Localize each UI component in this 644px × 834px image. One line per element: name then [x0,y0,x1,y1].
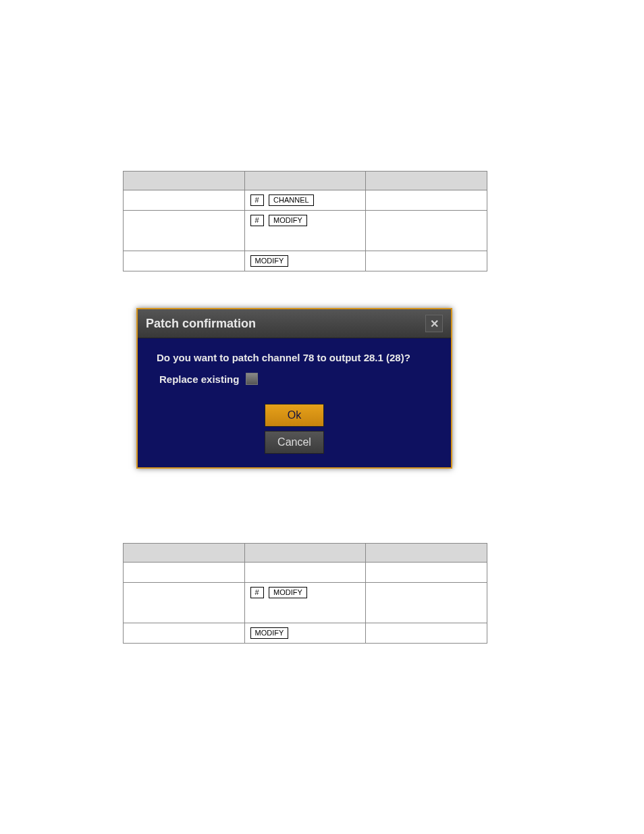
replace-existing-label: Replace existing [159,373,239,385]
table-row: # MODIFY [124,211,487,251]
table-cell [366,623,487,644]
patch-confirmation-dialog: Patch confirmation ✕ Do you want to patc… [136,308,452,469]
table-cell [124,623,245,644]
table-header [366,544,487,563]
table-row: # MODIFY [124,583,487,623]
table-header [124,172,245,190]
table-cell [366,251,487,271]
table-row: MODIFY [124,251,487,271]
cancel-button[interactable]: Cancel [265,431,324,454]
dialog-title-text: Patch confirmation [146,317,256,331]
dialog-buttons: Ok Cancel [138,401,451,467]
ok-button[interactable]: Ok [265,404,324,427]
key-modify: MODIFY [250,627,289,639]
table-header [244,172,366,190]
table-cell [124,563,245,583]
table-cell: MODIFY [244,623,366,644]
dialog-titlebar: Patch confirmation ✕ [138,309,451,338]
replace-existing-checkbox[interactable] [246,373,258,385]
table-cell [244,563,366,583]
table-cell: # MODIFY [244,583,366,623]
table-cell [366,190,487,211]
table-cell [124,211,245,251]
table-cell: # MODIFY [244,211,366,251]
table-header [244,544,366,563]
key-channel: CHANNEL [269,194,314,206]
close-icon: ✕ [430,317,439,330]
key-hash: # [250,215,264,226]
dialog-body: Do you want to patch channel 78 to outpu… [138,338,451,401]
key-hash: # [250,194,264,206]
table-cell [366,211,487,251]
instruction-table-bottom: # MODIFY MODIFY [123,543,487,644]
table-cell [124,583,245,623]
table-row: MODIFY [124,623,487,644]
close-button[interactable]: ✕ [425,315,443,332]
table-cell: MODIFY [244,251,366,271]
table-cell [366,583,487,623]
table-cell [124,251,245,271]
table-cell [366,563,487,583]
table-cell [124,190,245,211]
instruction-table-top: # CHANNEL # MODIFY MODIFY [123,171,487,271]
key-hash: # [250,587,264,598]
table-row [124,563,487,583]
table-row: # CHANNEL [124,190,487,211]
key-modify: MODIFY [269,587,307,598]
table-header [366,172,487,190]
table-header [124,544,245,563]
key-modify: MODIFY [250,255,289,267]
dialog-question-text: Do you want to patch channel 78 to outpu… [157,352,432,363]
key-modify: MODIFY [269,215,307,226]
replace-existing-row: Replace existing [159,373,432,385]
table-cell: # CHANNEL [244,190,366,211]
